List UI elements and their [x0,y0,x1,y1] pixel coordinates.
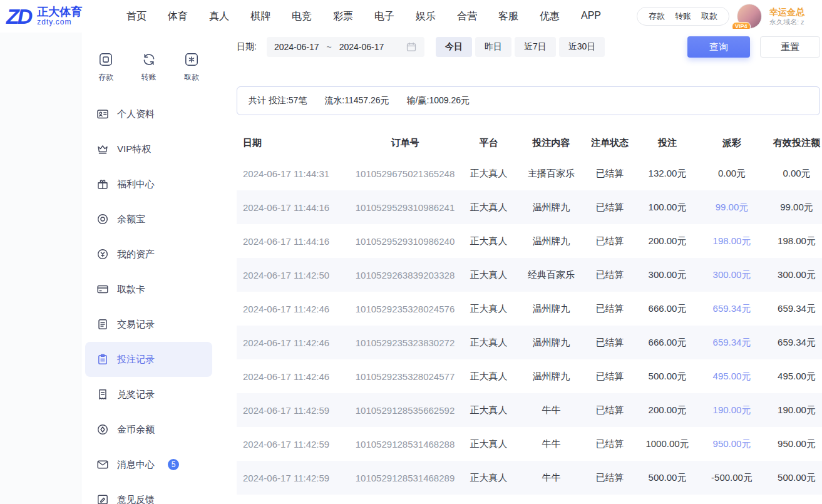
table-row: 2024-06-17 11:42:59 1010529128531468288 … [237,427,822,461]
sidebar-item-2[interactable]: 福利中心 [85,167,212,202]
nav-item-11[interactable]: APP [581,10,601,23]
cell-date: 2024-06-17 11:42:59 [237,427,351,461]
sidebar-item-8[interactable]: 兑奖记录 [85,377,212,412]
query-button[interactable]: 查询 [687,36,750,58]
main-panel: 日期: 2024-06-17 ~ 2024-06-17 今日昨日近7日近30日 … [217,33,822,504]
sidebar-item-label: 投注记录 [117,354,155,366]
cell-payout: -500.00元 [699,461,764,495]
cell-order-number: 1010529235328024576 [351,292,459,326]
nav-item-0[interactable]: 首页 [126,10,146,23]
cell-date: 2024-06-17 11:44:16 [237,190,351,224]
cell-platform: 正大真人 [459,224,518,258]
column-header-5: 投注 [635,129,699,157]
quick-action-label: 取款 [184,72,199,83]
cell-order-number: 1010529128535662592 [351,393,459,427]
quick-action-0[interactable]: 存款 [98,51,114,83]
nav-item-8[interactable]: 合营 [457,10,477,23]
cell-order-number: 1010529128531468288 [351,427,459,461]
avatar[interactable]: VIP4 [737,4,762,29]
date-filter-label: 日期: [237,41,257,53]
cell-payout: 99.00元 [699,190,764,224]
cell-bet-content: 温州牌九 [518,292,584,326]
brand-logo[interactable]: ZD 正大体育 zdty.com [6,6,111,27]
cell-payout: 198.00元 [699,224,764,258]
table-header-row: 日期订单号平台投注内容注单状态投注派彩有效投注额 [237,129,822,157]
topbar-right: 存款转账取款 VIP4 幸运金总 永久域名: z [637,4,816,29]
sidebar-item-3[interactable]: 余额宝 [85,202,212,237]
cell-valid-bet: 0.00元 [764,157,822,190]
sidebar-item-7[interactable]: 投注记录 [85,342,212,377]
cell-bet-amount: 666.00元 [635,292,699,326]
sidebar-item-4[interactable]: 我的资产 [85,237,212,272]
nav-item-1[interactable]: 体育 [168,10,188,23]
cell-order-number: 1010529128531468289 [351,461,459,495]
quick-action-2[interactable]: 取款 [183,51,200,83]
cell-status: 已结算 [584,326,635,359]
sidebar-item-11[interactable]: 意见反馈 [85,482,212,504]
transfer-icon [141,51,157,68]
main-nav: 首页体育真人棋牌电竞彩票电子娱乐合营客服优惠APP [126,10,601,23]
calendar-icon [406,41,417,53]
range-button-2[interactable]: 近7日 [515,37,556,57]
bet-record-icon [96,353,109,366]
nav-item-3[interactable]: 棋牌 [250,10,270,23]
cell-order-number: 1010529529310986241 [351,190,459,224]
brand-logo-icon: ZD [6,6,33,27]
crown-icon [96,143,109,155]
transaction-icon [96,318,109,331]
cell-status: 已结算 [584,393,635,427]
sidebar-item-label: 我的资产 [117,249,155,260]
bet-records-table: 日期订单号平台投注内容注单状态投注派彩有效投注额 2024-06-17 11:4… [237,129,822,495]
nav-item-5[interactable]: 彩票 [333,10,353,23]
range-button-1[interactable]: 昨日 [475,37,511,57]
cell-order-number: 1010529675021365248 [351,157,459,190]
coin-icon [96,213,109,225]
cell-platform: 正大真人 [459,461,518,495]
nav-item-4[interactable]: 电竞 [292,10,312,23]
sidebar-item-9[interactable]: 金币余额 [85,412,212,447]
table-row: 2024-06-17 11:42:59 1010529128535662592 … [237,393,822,427]
date-range-input[interactable]: 2024-06-17 ~ 2024-06-17 [267,37,424,57]
cell-date: 2024-06-17 11:42:59 [237,461,351,495]
cell-platform: 正大真人 [459,326,518,359]
cell-payout: 0.00元 [699,157,764,190]
range-button-0[interactable]: 今日 [436,37,472,57]
nav-item-10[interactable]: 优惠 [540,10,560,23]
cell-status: 已结算 [584,427,635,461]
cell-valid-bet: 198.00元 [764,224,822,258]
nav-item-6[interactable]: 电子 [374,10,394,23]
sidebar-item-6[interactable]: 交易记录 [85,307,212,342]
cell-payout: 659.34元 [699,326,764,359]
cell-payout: 950.00元 [699,427,764,461]
cell-status: 已结算 [584,461,635,495]
range-button-3[interactable]: 近30日 [559,37,605,57]
sidebar-item-1[interactable]: VIP特权 [85,131,212,167]
cell-order-number: 1010529529310986240 [351,224,459,258]
summary-part-1: 流水:11457.26元 [324,95,389,106]
cell-bet-content: 牛牛 [518,461,584,495]
user-meta[interactable]: 幸运金总 永久域名: z [769,6,816,26]
nav-item-2[interactable]: 真人 [209,10,229,23]
cell-bet-amount: 1000.00元 [635,427,699,461]
reset-button[interactable]: 重置 [760,36,820,58]
wallet-link-1[interactable]: 转账 [675,11,691,22]
bank-card-icon [96,283,109,296]
wallet-link-2[interactable]: 取款 [701,11,717,22]
cell-bet-amount: 666.00元 [635,326,699,359]
cell-bet-amount: 132.00元 [635,157,699,190]
summary-bar: 共计 投注:57笔流水:11457.26元输/赢:1009.26元 [237,86,820,115]
feedback-icon [96,493,109,504]
sidebar-item-10[interactable]: 消息中心5 [85,447,212,482]
nav-item-9[interactable]: 客服 [498,10,518,23]
cell-order-number: 1010529235328024577 [351,359,459,393]
wallet-link-0[interactable]: 存款 [649,11,665,22]
column-header-6: 派彩 [699,129,764,157]
filter-row: 日期: 2024-06-17 ~ 2024-06-17 今日昨日近7日近30日 … [237,36,820,58]
nav-item-7[interactable]: 娱乐 [416,10,436,23]
cell-valid-bet: 190.00元 [764,393,822,427]
sidebar-item-0[interactable]: 个人资料 [85,96,212,131]
quick-action-1[interactable]: 转账 [141,51,157,83]
sidebar-item-5[interactable]: 取款卡 [85,272,212,307]
cell-date: 2024-06-17 11:44:31 [237,157,351,190]
cell-platform: 正大真人 [459,292,518,326]
